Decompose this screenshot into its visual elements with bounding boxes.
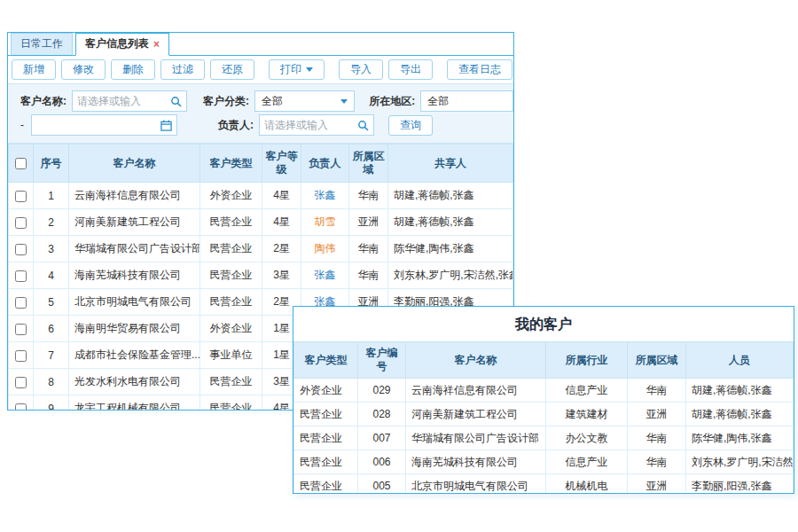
owner-input[interactable] xyxy=(260,119,357,131)
customer-type: 民营企业 xyxy=(200,236,262,262)
date-field xyxy=(31,114,177,136)
customer-row[interactable]: 2 河南美新建筑工程公司 民营企业 4星 胡雪 亚洲 胡建,蒋德帧,张鑫 xyxy=(9,209,513,236)
row-checkbox[interactable] xyxy=(15,270,27,282)
header-customer-type: 客户类型 xyxy=(294,342,358,379)
my-customer-row[interactable]: 民营企业 006 海南芜城科技有限公司 信息产业 华南 刘东林,罗广明,宋洁然.… xyxy=(294,450,794,474)
import-button[interactable]: 导入 xyxy=(339,59,383,80)
customer-name-link[interactable]: 北京市明城电气有限公司 xyxy=(69,289,200,316)
region-select[interactable]: 全部 xyxy=(420,90,513,112)
customer-type: 民营企业 xyxy=(294,426,358,450)
customer-row[interactable]: 3 华瑞城有限公司广告设计部 民营企业 2星 陶伟 华南 陈华健,陶伟,张鑫 xyxy=(9,236,513,262)
owner-link[interactable]: 陶伟 xyxy=(315,242,336,254)
view-log-button[interactable]: 查看日志 xyxy=(447,59,512,80)
my-customers-table: 客户类型 客户编号 客户名称 所属行业 所属区域 人员 外资企业 029 云南海… xyxy=(293,341,794,494)
my-customer-row[interactable]: 外资企业 029 云南海祥信息有限公司 信息产业 华南 胡建,蒋德帧,张鑫 xyxy=(294,379,794,403)
region-cell: 华南 xyxy=(349,236,388,262)
row-checkbox[interactable] xyxy=(15,324,27,335)
date-range-separator: - xyxy=(20,119,24,131)
region-cell: 亚洲 xyxy=(628,474,686,495)
customer-name-link[interactable]: 云南海祥信息有限公司 xyxy=(69,183,200,209)
row-checkbox[interactable] xyxy=(15,217,27,229)
customer-name-link[interactable]: 河南美新建筑工程公司 xyxy=(69,209,200,236)
customer-code-link[interactable]: 028 xyxy=(358,403,406,426)
row-checkbox[interactable] xyxy=(15,350,27,362)
owner-link[interactable]: 胡雪 xyxy=(315,215,336,228)
owner-field xyxy=(259,114,374,136)
owner-cell: 张鑫 xyxy=(301,183,349,209)
customer-code-link[interactable]: 005 xyxy=(358,474,406,495)
row-number: 9 xyxy=(34,395,69,411)
row-checkbox[interactable] xyxy=(15,297,27,309)
customer-level: 4星 xyxy=(262,183,301,209)
customer-type: 民营企业 xyxy=(294,450,358,474)
region-cell: 华南 xyxy=(349,262,388,289)
customer-name-link[interactable]: 光发水利水电有限公司 xyxy=(69,369,200,395)
my-customers-window: 我的客户 客户类型 客户编号 客户名称 所属行业 所属区域 人员 外资企业 02… xyxy=(293,306,794,494)
customer-code-link[interactable]: 006 xyxy=(358,450,406,474)
region-label: 所在地区: xyxy=(369,94,415,109)
owner-link[interactable]: 张鑫 xyxy=(315,269,336,281)
customer-type: 民营企业 xyxy=(200,289,262,316)
row-number: 3 xyxy=(34,236,69,262)
customer-code-link[interactable]: 029 xyxy=(358,379,406,403)
row-checkbox[interactable] xyxy=(15,377,27,388)
customer-type: 民营企业 xyxy=(200,369,262,395)
customer-name-link[interactable]: 河南美新建筑工程公司 xyxy=(406,403,546,426)
shared-people: 胡建,蒋德帧,张鑫 xyxy=(388,183,513,209)
export-button[interactable]: 导出 xyxy=(388,59,433,80)
my-customer-row[interactable]: 民营企业 005 北京市明城电气有限公司 机械机电 亚洲 李勤丽,阳强,张鑫 xyxy=(294,474,794,495)
owner-link[interactable]: 张鑫 xyxy=(315,189,336,201)
category-select[interactable]: 全部 xyxy=(254,90,355,112)
query-button[interactable]: 查询 xyxy=(388,115,433,136)
customer-type: 民营企业 xyxy=(200,395,262,411)
customer-name-field xyxy=(72,90,187,112)
filter-button[interactable]: 过滤 xyxy=(160,59,205,80)
row-checkbox-cell xyxy=(9,342,34,369)
filter-area: 客户名称: 客户分类: 全部 所在地区: 全部 - 负责人: xyxy=(8,84,513,144)
row-number: 7 xyxy=(34,342,69,369)
print-button[interactable]: 打印 xyxy=(269,59,325,80)
customer-name-input[interactable] xyxy=(73,95,170,107)
search-icon[interactable] xyxy=(170,96,182,107)
my-customer-row[interactable]: 民营企业 028 河南美新建筑工程公司 建筑建材 亚洲 胡建,蒋德帧,张鑫 xyxy=(294,403,794,426)
customer-name-link[interactable]: 云南海祥信息有限公司 xyxy=(406,379,546,403)
customer-name-link[interactable]: 华瑞城有限公司广告设计部 xyxy=(406,426,546,450)
tab-daily-work[interactable]: 日常工作 xyxy=(11,33,73,56)
header-customer-name: 客户名称 xyxy=(406,342,546,379)
row-number: 5 xyxy=(34,289,69,316)
customer-name-link[interactable]: 海南芜城科技有限公司 xyxy=(406,450,546,474)
customer-name-link[interactable]: 成都市社会保险基金管理... xyxy=(69,342,200,369)
date-input[interactable] xyxy=(32,119,160,131)
customer-name-link[interactable]: 龙宇工程机械有限公司 xyxy=(69,395,200,411)
close-tab-icon[interactable]: × xyxy=(153,40,160,49)
header-customer-name: 客户名称 xyxy=(69,145,200,183)
select-all-checkbox[interactable] xyxy=(15,158,27,169)
row-number: 1 xyxy=(34,183,69,209)
calendar-icon[interactable] xyxy=(160,120,172,131)
chevron-down-icon xyxy=(340,99,348,104)
edit-button[interactable]: 修改 xyxy=(61,59,106,80)
toolbar: 新增 修改 删除 过滤 还原 打印 导入 导出 查看日志 xyxy=(8,56,513,84)
customer-level: 2星 xyxy=(262,236,301,262)
add-button[interactable]: 新增 xyxy=(12,59,56,80)
customer-code-link[interactable]: 007 xyxy=(358,426,406,450)
industry-cell: 建筑建材 xyxy=(546,403,628,426)
customer-name-link[interactable]: 华瑞城有限公司广告设计部 xyxy=(69,236,200,262)
tab-customer-list[interactable]: 客户信息列表 × xyxy=(75,33,169,56)
row-checkbox[interactable] xyxy=(15,244,27,255)
search-icon[interactable] xyxy=(357,120,369,131)
header-customer-code: 客户编号 xyxy=(358,342,406,379)
row-checkbox[interactable] xyxy=(15,191,27,202)
customer-name-link[interactable]: 北京市明城电气有限公司 xyxy=(406,474,546,495)
customer-name-link[interactable]: 海南明华贸易有限公司 xyxy=(69,316,200,342)
delete-button[interactable]: 删除 xyxy=(111,59,155,80)
customer-table-header: 序号 客户名称 客户类型 客户等级 负责人 所属区域 共享人 xyxy=(9,145,513,183)
row-checkbox[interactable] xyxy=(15,403,27,411)
restore-button[interactable]: 还原 xyxy=(210,59,254,80)
customer-row[interactable]: 4 海南芜城科技有限公司 民营企业 3星 张鑫 华南 刘东林,罗广明,宋洁然,张… xyxy=(9,262,513,289)
customer-name-link[interactable]: 海南芜城科技有限公司 xyxy=(69,262,200,289)
my-customer-row[interactable]: 民营企业 007 华瑞城有限公司广告设计部 办公文教 华南 陈华健,陶伟,张鑫 xyxy=(294,426,794,450)
region-cell: 华南 xyxy=(628,426,686,450)
customer-type: 外资企业 xyxy=(200,183,262,209)
customer-row[interactable]: 1 云南海祥信息有限公司 外资企业 4星 张鑫 华南 胡建,蒋德帧,张鑫 xyxy=(9,183,513,209)
